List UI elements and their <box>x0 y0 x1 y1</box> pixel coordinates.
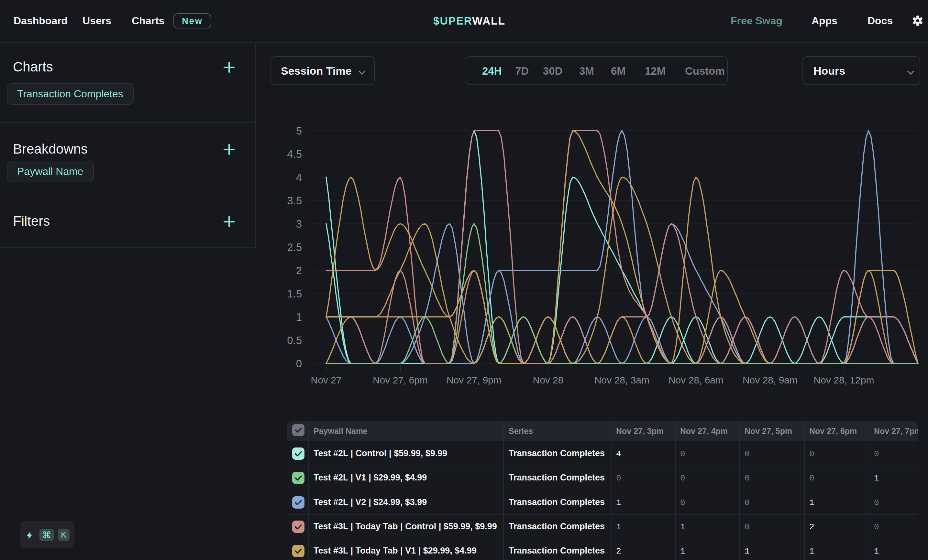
svg-text:Nov 27: Nov 27 <box>311 375 341 385</box>
svg-text:Nov 27, 9pm: Nov 27, 9pm <box>447 375 502 385</box>
svg-text:3.5: 3.5 <box>287 195 302 207</box>
svg-text:4: 4 <box>296 171 302 183</box>
svg-text:Nov 27, 6pm: Nov 27, 6pm <box>373 375 428 385</box>
svg-text:Nov 28, 12pm: Nov 28, 12pm <box>814 375 874 385</box>
svg-text:Nov 28, 6am: Nov 28, 6am <box>669 375 723 385</box>
svg-text:4.5: 4.5 <box>287 148 302 160</box>
svg-text:2: 2 <box>296 265 302 277</box>
svg-text:2.5: 2.5 <box>287 241 302 253</box>
svg-text:1: 1 <box>296 311 302 323</box>
svg-text:Nov 28, 3am: Nov 28, 3am <box>594 375 649 385</box>
svg-text:0: 0 <box>296 358 302 370</box>
svg-text:1.5: 1.5 <box>287 288 302 300</box>
svg-text:Nov 28: Nov 28 <box>533 375 563 385</box>
svg-text:3: 3 <box>296 218 302 230</box>
svg-text:Nov 28, 9am: Nov 28, 9am <box>743 375 798 385</box>
svg-text:0.5: 0.5 <box>287 334 302 346</box>
svg-text:5: 5 <box>296 125 302 137</box>
